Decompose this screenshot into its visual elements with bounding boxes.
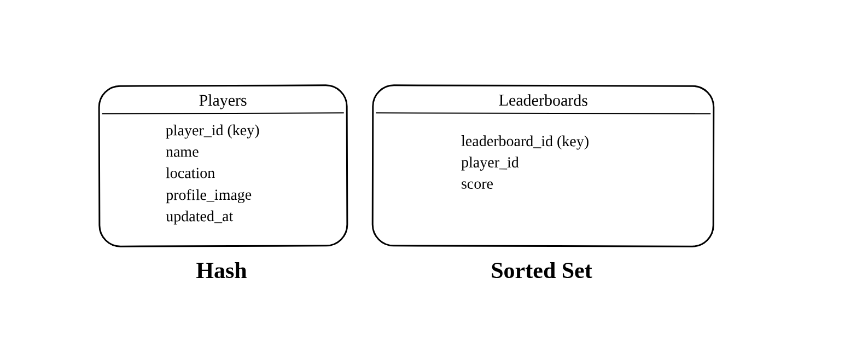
- leaderboards-field-0: leaderboard_id (key): [461, 130, 713, 152]
- leaderboards-entity-box: Leaderboards leaderboard_id (key) player…: [372, 84, 715, 247]
- players-title: Players: [102, 86, 343, 114]
- players-field-0: player_id (key): [166, 119, 346, 141]
- leaderboards-fields: leaderboard_id (key) player_id score: [374, 113, 713, 195]
- data-model-diagram: Players player_id (key) name location pr…: [0, 0, 868, 364]
- leaderboards-type-label: Sorted Set: [372, 257, 711, 284]
- players-field-4: updated_at: [166, 205, 346, 227]
- players-fields: player_id (key) name location profile_im…: [100, 113, 347, 227]
- leaderboards-title: Leaderboards: [376, 86, 710, 114]
- leaderboards-field-2: score: [461, 173, 713, 195]
- players-entity-box: Players player_id (key) name location pr…: [98, 84, 348, 247]
- leaderboards-field-1: player_id: [461, 152, 713, 174]
- players-field-1: name: [166, 140, 346, 162]
- players-type-label: Hash: [98, 257, 345, 284]
- players-field-2: location: [166, 162, 346, 184]
- players-field-3: profile_image: [166, 183, 346, 205]
